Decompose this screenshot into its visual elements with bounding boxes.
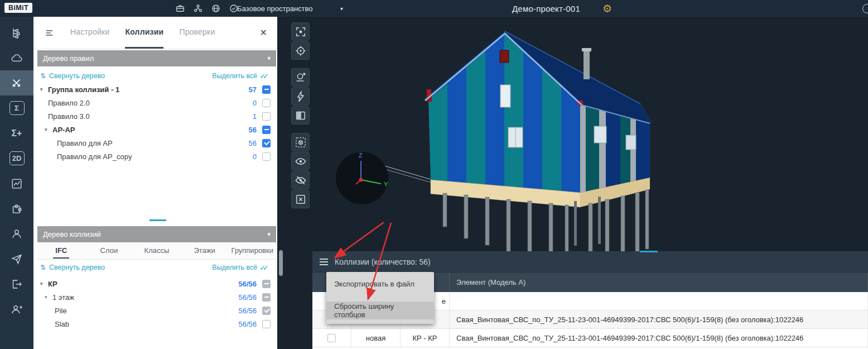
checkbox[interactable] bbox=[262, 126, 271, 134]
checkbox[interactable] bbox=[262, 112, 271, 121]
toolbar-item-invite-user[interactable] bbox=[0, 297, 33, 322]
checkbox[interactable] bbox=[262, 320, 271, 328]
menu-item-export[interactable]: Экспортировать в файл bbox=[326, 275, 434, 293]
app-logo: BiMiT bbox=[4, 3, 32, 13]
toolbar-item-sum[interactable]: Σ bbox=[0, 95, 33, 121]
select-box-button[interactable] bbox=[291, 133, 310, 151]
checkbox[interactable] bbox=[262, 99, 271, 107]
tree-item[interactable]: ▾ 1 этаж 56/56 bbox=[33, 290, 277, 304]
checkbox[interactable] bbox=[262, 280, 271, 288]
focus-selection-button[interactable] bbox=[291, 22, 310, 41]
tree-item-count: 57 bbox=[249, 85, 257, 94]
tree-item[interactable]: ▾ КР 56/56 bbox=[33, 277, 277, 290]
tab-label: IFC bbox=[53, 243, 69, 259]
collapse-tree-link[interactable]: Свернуть дерево bbox=[49, 264, 105, 271]
collapse-tree-icon: ⇅ bbox=[40, 72, 46, 80]
tab-label: Классы bbox=[142, 243, 172, 259]
left-toolbar: Σ Σ+ 2D bbox=[0, 17, 33, 349]
col-element-a[interactable]: Элемент (Модель А) bbox=[450, 272, 868, 292]
collisions-tree-tabbar: IFC Слои Классы Этажи Группировки bbox=[37, 242, 276, 260]
tree-item-label: КР bbox=[48, 280, 57, 288]
toolbar-item-charts[interactable] bbox=[0, 171, 33, 196]
tab-classes[interactable]: Классы bbox=[133, 242, 181, 259]
select-all-link[interactable]: Выделить всё ✓✓ bbox=[212, 72, 269, 80]
tree-item-label: Правило 2.0 bbox=[48, 99, 90, 107]
tree-item-count: 56/56 bbox=[238, 320, 257, 328]
tab-ifc[interactable]: IFC bbox=[37, 242, 85, 259]
svg-text:Y: Y bbox=[384, 181, 388, 188]
checkbox[interactable] bbox=[262, 293, 271, 302]
menu-item-reset-columns[interactable]: Сбросить ширину столбцов bbox=[326, 302, 434, 319]
scrollbar-thumb[interactable] bbox=[279, 250, 283, 276]
select-all-link[interactable]: Выделить всё ✓✓ bbox=[212, 264, 269, 272]
tab-floors[interactable]: Этажи bbox=[181, 242, 229, 259]
checkbox[interactable] bbox=[262, 307, 271, 315]
viewport-3d[interactable]: Z Y bbox=[277, 17, 868, 349]
tab-checks[interactable]: Проверки bbox=[179, 17, 215, 49]
tree-item-count: 56/56 bbox=[238, 293, 257, 302]
collisions-tree-header[interactable]: Дерево коллизий ▾ bbox=[37, 226, 276, 242]
gear-icon[interactable]: ⚙ bbox=[602, 0, 612, 17]
toolbar-item-send[interactable] bbox=[0, 246, 33, 271]
toolbar-item-sum-plus[interactable]: Σ+ bbox=[0, 121, 33, 146]
lightning-icon bbox=[295, 90, 307, 103]
close-icon[interactable]: ✕ bbox=[260, 27, 267, 38]
tree-item-count: 1 bbox=[253, 112, 257, 121]
locate-button[interactable] bbox=[291, 41, 310, 60]
panel-menu-icon[interactable] bbox=[45, 28, 55, 38]
clear-selection-button[interactable] bbox=[291, 190, 310, 208]
team-icon[interactable] bbox=[193, 3, 203, 13]
tree-item[interactable]: Pile 56/56 bbox=[33, 304, 277, 317]
eye-icon bbox=[295, 155, 307, 168]
hide-button[interactable] bbox=[291, 171, 310, 189]
collapse-tree-link[interactable]: Свернуть дерево bbox=[49, 72, 105, 80]
toolbar-item-user[interactable] bbox=[0, 221, 33, 246]
tree-item[interactable]: ▾ Группа коллизий - 1 57 bbox=[33, 83, 277, 96]
caret-down-icon[interactable]: ▾ bbox=[40, 281, 48, 286]
table-row[interactable]: новая КР - КР Свая_Винтовая_СВС_по_ТУ_25… bbox=[312, 329, 868, 347]
section-resize-handle[interactable] bbox=[150, 219, 166, 221]
caret-down-icon[interactable]: ▾ bbox=[40, 87, 48, 92]
bimit-app: BiMiT Базовое пространство ▾ Демо-проект… bbox=[0, 0, 868, 349]
tree-item[interactable]: Правило для АР_copy 0 bbox=[33, 150, 277, 163]
rules-tree-header[interactable]: Дерево правил ▾ bbox=[37, 50, 276, 66]
tree-item[interactable]: Правило для АР 56 bbox=[33, 136, 277, 150]
globe-icon[interactable] bbox=[211, 3, 221, 13]
checkbox[interactable] bbox=[262, 85, 271, 94]
puzzle-icon bbox=[11, 203, 23, 215]
tree-item-count: 0 bbox=[253, 152, 257, 161]
tree-item-label: АР-АР bbox=[52, 126, 75, 134]
split-view-button[interactable] bbox=[291, 106, 310, 125]
toolbar-item-2d[interactable]: 2D bbox=[0, 146, 33, 171]
clip-button[interactable] bbox=[291, 87, 310, 106]
row-checkbox[interactable] bbox=[327, 334, 336, 342]
toolbar-item-export[interactable] bbox=[0, 271, 33, 297]
toolbar-item-models-cloud[interactable] bbox=[0, 45, 33, 70]
tab-collisions[interactable]: Коллизии bbox=[125, 17, 163, 49]
panel-resize-handle[interactable] bbox=[640, 251, 658, 252]
section-plane-button[interactable] bbox=[291, 68, 310, 87]
tab-layers[interactable]: Слои bbox=[85, 242, 133, 259]
selection-cube-icon bbox=[295, 136, 307, 149]
checkbox[interactable] bbox=[262, 139, 271, 147]
target-icon bbox=[295, 45, 307, 57]
toolbar-item-model-tree[interactable] bbox=[0, 20, 33, 45]
tree-item[interactable]: ▾ АР-АР 56 bbox=[33, 123, 277, 136]
tab-settings[interactable]: Настройки bbox=[70, 17, 109, 49]
tree-item[interactable]: Slab 56/56 bbox=[33, 317, 277, 331]
checkbox[interactable] bbox=[262, 152, 271, 161]
tree-item[interactable]: Правило 3.0 1 bbox=[33, 109, 277, 123]
avatar[interactable] bbox=[862, 4, 868, 13]
top-bar: BiMiT Базовое пространство ▾ Демо-проект… bbox=[0, 0, 868, 17]
caret-down-icon[interactable]: ▾ bbox=[45, 127, 52, 132]
caret-down-icon[interactable]: ▾ bbox=[45, 294, 52, 300]
collisions-table-titlebar: Коллизии (количество: 56) bbox=[312, 251, 868, 272]
workspace-selector[interactable]: Базовое пространство ▾ bbox=[237, 0, 343, 17]
toolbar-item-clash-detection[interactable] bbox=[0, 70, 33, 95]
toolbar-item-plugins[interactable] bbox=[0, 196, 33, 221]
show-button[interactable] bbox=[291, 152, 310, 170]
briefcase-icon[interactable] bbox=[175, 3, 185, 13]
tree-item[interactable]: Правило 2.0 0 bbox=[33, 96, 277, 109]
tab-groupings[interactable]: Группировки bbox=[228, 242, 276, 259]
table-menu-icon[interactable] bbox=[320, 257, 328, 267]
